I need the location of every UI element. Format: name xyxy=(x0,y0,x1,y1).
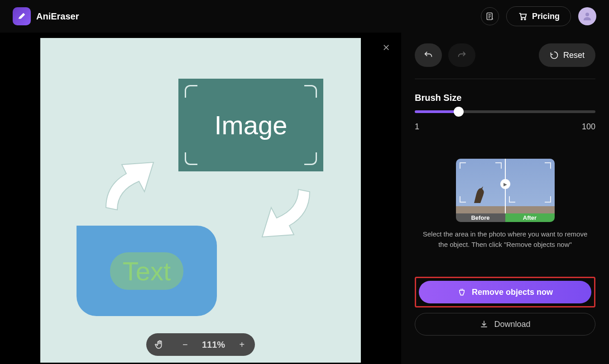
remove-objects-button[interactable]: Remove objects now xyxy=(419,281,591,303)
canvas-area: Image Text − 111% + xyxy=(0,33,401,364)
reset-label: Reset xyxy=(563,51,585,60)
main-content: Image Text − 111% + xyxy=(0,33,609,364)
arrow-down-icon xyxy=(244,187,321,251)
pricing-button[interactable]: Pricing xyxy=(506,6,571,26)
instruction-text: Select the area in the photo where you w… xyxy=(415,229,595,250)
canvas-text-box: Text xyxy=(77,226,217,316)
sidebar: Reset Brush Size 1 100 Before xyxy=(401,33,609,364)
header-right: Pricing xyxy=(481,6,596,26)
redo-icon xyxy=(457,50,467,60)
remove-label: Remove objects now xyxy=(472,288,553,297)
history-toolbar: Reset xyxy=(415,43,595,79)
download-button[interactable]: Download xyxy=(415,313,595,336)
user-icon xyxy=(582,11,593,22)
svg-point-1 xyxy=(521,19,523,20)
brush-size-label: Brush Size xyxy=(415,93,595,103)
notes-icon xyxy=(485,12,494,21)
hand-icon xyxy=(154,340,164,350)
brush-min-label: 1 xyxy=(415,122,419,132)
text-highlight: Text xyxy=(110,252,183,290)
brush-icon xyxy=(457,288,466,297)
pan-button[interactable] xyxy=(150,340,168,350)
header-left: AniEraser xyxy=(13,7,79,25)
app-name: AniEraser xyxy=(36,11,79,22)
svg-point-3 xyxy=(585,13,589,16)
cta-highlight: Remove objects now xyxy=(415,277,595,307)
redo-button[interactable] xyxy=(448,43,475,67)
slider-thumb[interactable] xyxy=(454,107,464,117)
reset-button[interactable]: Reset xyxy=(539,43,595,67)
zoom-out-button[interactable]: − xyxy=(176,340,194,350)
slider-range-labels: 1 100 xyxy=(415,122,595,132)
notes-button[interactable] xyxy=(481,7,499,25)
svg-point-2 xyxy=(524,19,526,20)
brush-max-label: 100 xyxy=(582,122,595,132)
close-icon xyxy=(382,43,390,52)
zoom-toolbar: − 111% + xyxy=(146,333,255,356)
zoom-in-button[interactable]: + xyxy=(233,340,251,350)
pricing-label: Pricing xyxy=(532,12,560,21)
download-label: Download xyxy=(494,320,530,329)
before-after-preview[interactable]: Before After ▶ xyxy=(456,159,555,222)
slider-fill xyxy=(415,110,456,113)
compare-handle[interactable]: ▶ xyxy=(500,179,510,189)
download-icon xyxy=(480,320,489,329)
app-header: AniEraser Pricing xyxy=(0,0,609,33)
arrow-up-icon xyxy=(95,149,172,212)
undo-icon xyxy=(423,50,433,60)
canvas-image-box: Image xyxy=(178,79,323,171)
before-label: Before xyxy=(456,213,505,222)
user-avatar[interactable] xyxy=(578,7,596,25)
undo-button[interactable] xyxy=(415,43,442,67)
bird-icon xyxy=(470,183,489,205)
after-label: After xyxy=(505,213,555,222)
close-button[interactable] xyxy=(379,41,393,54)
eraser-icon xyxy=(17,11,27,21)
cart-icon xyxy=(518,11,527,21)
brush-size-slider[interactable] xyxy=(415,110,595,113)
zoom-level: 111% xyxy=(202,340,225,350)
image-box-label: Image xyxy=(214,110,287,140)
canvas[interactable]: Image Text xyxy=(40,38,361,363)
reset-icon xyxy=(550,51,559,60)
app-logo[interactable] xyxy=(13,7,31,25)
